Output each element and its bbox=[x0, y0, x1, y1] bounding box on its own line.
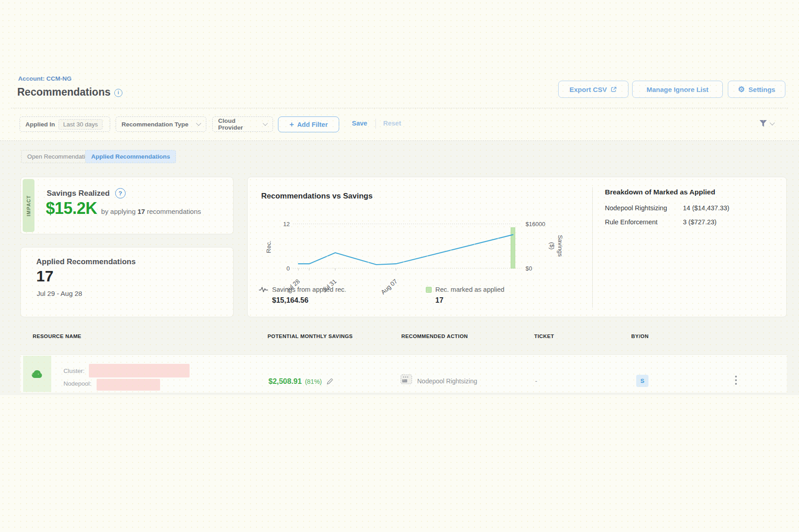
breakdown-row: Rule Enforcement 3 ($727.23) bbox=[605, 217, 782, 227]
manage-ignore-list-label: Manage Ignore List bbox=[647, 86, 709, 93]
header-divider bbox=[11, 108, 788, 108]
edit-pencil-icon[interactable] bbox=[326, 378, 333, 385]
nodepool-label: Nodepool: bbox=[63, 380, 92, 387]
breakdown-row-value: 14 ($14,437.33) bbox=[683, 203, 734, 213]
cluster-cloud-icon bbox=[31, 368, 44, 379]
help-icon[interactable]: ? bbox=[115, 188, 126, 198]
card-section-divider bbox=[592, 187, 593, 308]
redacted-cluster-name bbox=[89, 364, 190, 377]
chart-title: Recommendations vs Savings bbox=[261, 192, 373, 201]
column-header-recommended-action[interactable]: Recommended Action bbox=[401, 334, 468, 339]
legend-line-series[interactable]: Savings from applied rec. $15,164.56 bbox=[258, 286, 346, 305]
savings-realized-value-row: $15.2K by applying 17 recommendations bbox=[46, 199, 201, 218]
impact-ribbon: IMPACT bbox=[23, 179, 34, 232]
left-axis-tick-bottom: 0 bbox=[272, 265, 290, 272]
reset-filter-button[interactable]: Reset bbox=[383, 120, 401, 127]
legend-line-total: $15,164.56 bbox=[272, 296, 346, 305]
applied-card-date-range: Jul 29 - Aug 28 bbox=[37, 290, 82, 297]
breakdown-row-label: Nodepool Rightsizing bbox=[605, 203, 683, 213]
savings-realized-amount: $15.2K bbox=[46, 199, 97, 218]
column-header-by-on[interactable]: By/On bbox=[631, 334, 648, 339]
recommendation-action-icon bbox=[400, 374, 412, 384]
page-title-row: Recommendations i bbox=[17, 86, 122, 98]
cluster-label: Cluster: bbox=[63, 368, 85, 374]
filter-actions-divider bbox=[375, 119, 376, 129]
savings-percent: (81%) bbox=[305, 378, 322, 385]
funnel-icon bbox=[758, 119, 768, 128]
right-axis-label: Savings ($) bbox=[548, 232, 564, 261]
add-filter-button[interactable]: + Add Filter bbox=[278, 116, 339, 132]
export-csv-button[interactable]: Export CSV bbox=[558, 81, 628, 98]
filter-applied-in-label: Applied In bbox=[25, 121, 55, 128]
breakdown-row-value: 3 ($727.23) bbox=[683, 217, 734, 227]
filter-applied-in[interactable]: Applied In Last 30 days bbox=[19, 116, 110, 132]
ticket-value: - bbox=[535, 377, 537, 385]
chevron-down-icon bbox=[770, 120, 775, 125]
applied-count-inline: 17 bbox=[137, 208, 145, 215]
x-axis-label: Aug 07 bbox=[367, 278, 399, 307]
page-title: Recommendations bbox=[17, 86, 111, 98]
breakdown-row: Nodepool Rightsizing 14 ($14,437.33) bbox=[605, 203, 782, 213]
column-header-potential-monthly-savings[interactable]: Potential Monthly Savings bbox=[268, 334, 353, 339]
recommended-action-text: Nodepool Rightsizing bbox=[417, 377, 477, 385]
right-axis-tick-bottom: $0 bbox=[526, 265, 532, 272]
recommendations-vs-savings-chart bbox=[293, 220, 522, 275]
chevron-down-icon bbox=[196, 121, 201, 126]
legend-bar-label: Rec. marked as applied bbox=[435, 286, 504, 293]
savings-realized-header: Savings Realized ? bbox=[47, 188, 126, 198]
by-on-avatar-badge[interactable]: S bbox=[636, 375, 648, 387]
right-axis-tick-top: $16000 bbox=[526, 221, 545, 227]
left-axis-tick-top: 12 bbox=[272, 221, 290, 227]
bar-swatch-icon bbox=[426, 287, 432, 293]
column-header-ticket[interactable]: Ticket bbox=[534, 334, 554, 339]
breakdown-row-label: Rule Enforcement bbox=[605, 217, 683, 227]
legend-bar-total: 17 bbox=[435, 296, 504, 305]
savings-amount: $2,508.91 bbox=[268, 377, 302, 386]
filter-applied-in-value[interactable]: Last 30 days bbox=[58, 119, 102, 130]
settings-label: Settings bbox=[749, 86, 775, 93]
applied-recommendations-card: Applied Recommendations 17 Jul 29 - Aug … bbox=[20, 247, 234, 317]
info-icon[interactable]: i bbox=[114, 89, 122, 97]
resource-type-cell bbox=[23, 356, 51, 392]
applied-card-title: Applied Recommendations bbox=[36, 257, 136, 266]
savings-realized-title: Savings Realized bbox=[47, 189, 110, 198]
save-filter-button[interactable]: Save bbox=[352, 120, 367, 127]
gear-icon: ⚙ bbox=[738, 86, 745, 93]
potential-savings-cell: $2,508.91 (81%) bbox=[268, 377, 333, 386]
breakdown-panel: Breakdown of Marked as Applied Nodepool … bbox=[605, 188, 782, 227]
add-filter-label: Add Filter bbox=[297, 121, 328, 128]
filter-cloud-provider-label: Cloud Provider bbox=[218, 117, 260, 131]
savings-realized-desc: by applying 17 recommendations bbox=[101, 208, 201, 215]
row-menu-kebab-icon[interactable] bbox=[733, 374, 739, 387]
export-csv-label: Export CSV bbox=[570, 86, 607, 93]
filter-recommendation-type[interactable]: Recommendation Type bbox=[116, 116, 206, 132]
filter-cloud-provider[interactable]: Cloud Provider bbox=[212, 116, 273, 132]
breakdown-title: Breakdown of Marked as Applied bbox=[605, 188, 782, 196]
tab-applied-recommendations[interactable]: Applied Recommendations bbox=[85, 150, 176, 163]
savings-realized-card: IMPACT Savings Realized ? $15.2K by appl… bbox=[20, 177, 234, 234]
legend-bar-series[interactable]: Rec. marked as applied 17 bbox=[426, 286, 504, 305]
chart-card: Recommendations vs Savings 12 0 Rec. $16… bbox=[247, 177, 787, 317]
activity-line-icon bbox=[258, 286, 268, 293]
account-breadcrumb[interactable]: Account: CCM-NG bbox=[18, 75, 72, 82]
left-axis-label: Rec. bbox=[265, 233, 272, 261]
recommendations-page: Account: CCM-NG Recommendations i Export… bbox=[0, 0, 799, 532]
table-row[interactable]: Cluster: Nodepool: $2,508.91 (81%) Nodep… bbox=[20, 354, 787, 393]
filter-recommendation-type-label: Recommendation Type bbox=[122, 121, 189, 128]
settings-button[interactable]: ⚙ Settings bbox=[728, 81, 785, 98]
applied-card-count: 17 bbox=[36, 267, 54, 285]
manage-ignore-list-button[interactable]: Manage Ignore List bbox=[632, 81, 723, 98]
redacted-nodepool-name bbox=[97, 379, 160, 391]
column-header-resource-name[interactable]: Resource Name bbox=[33, 334, 81, 339]
legend-line-label: Savings from applied rec. bbox=[272, 286, 346, 293]
filter-panel-toggle[interactable] bbox=[758, 119, 774, 128]
plus-icon: + bbox=[289, 120, 294, 129]
filter-bar-divider bbox=[0, 140, 799, 141]
external-link-icon bbox=[610, 86, 617, 93]
chevron-down-icon bbox=[263, 121, 268, 126]
